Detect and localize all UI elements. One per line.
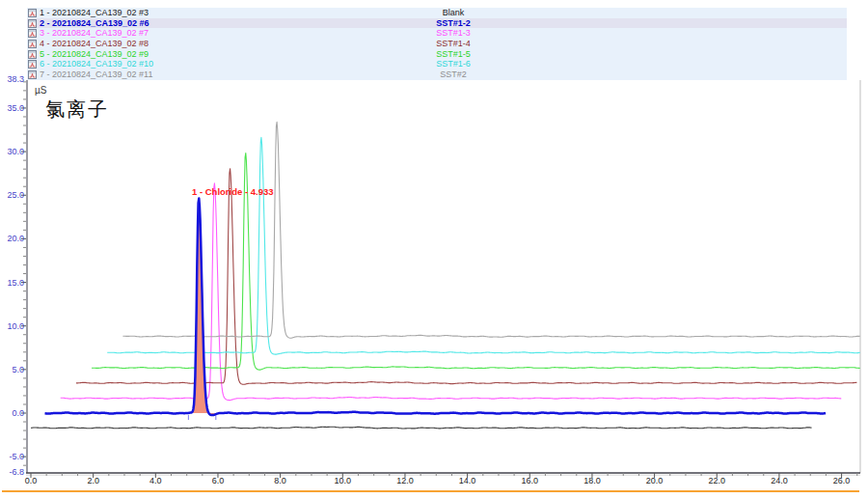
chromatogram-icon bbox=[28, 50, 37, 59]
y-axis-unit: µS bbox=[35, 85, 46, 96]
peak-annotation: 1 - Chloride - 4.933 bbox=[192, 186, 273, 197]
injection-label: 4 - 20210824_CA139_02 #8 bbox=[40, 39, 149, 49]
injection-row[interactable]: 4 - 20210824_CA139_02 #8SST#1-4 bbox=[27, 39, 847, 49]
y-axis-min-label: -6.8 bbox=[0, 467, 24, 477]
x-tick-label: 18.0 bbox=[578, 476, 607, 485]
sample-name: SST#1-3 bbox=[405, 28, 502, 39]
plot-title: 氯离子 bbox=[45, 97, 109, 123]
x-tick-label: 0.0 bbox=[16, 476, 45, 485]
sample-name: SST#1-5 bbox=[405, 49, 502, 60]
active-pane-indicator bbox=[2, 490, 859, 492]
y-tick-label: 10.0 bbox=[0, 321, 24, 331]
injection-label: 3 - 20210824_CA139_02 #7 bbox=[40, 28, 149, 39]
injection-label: 5 - 20210824_CA139_02 #9 bbox=[40, 49, 149, 60]
x-tick-label: 10.0 bbox=[328, 476, 357, 485]
injection-row[interactable]: 5 - 20210824_CA139_02 #9SST#1-5 bbox=[27, 49, 847, 60]
x-tick-label: 20.0 bbox=[640, 476, 669, 485]
x-tick-label: 14.0 bbox=[453, 476, 482, 485]
injection-label: 1 - 20210824_CA139_02 #3 bbox=[40, 8, 149, 18]
sample-name: SST#1-2 bbox=[405, 18, 502, 29]
y-axis-max-label: 38.3 bbox=[0, 74, 24, 84]
injection-row[interactable]: 2 - 20210824_CA139_02 #6SST#1-2 bbox=[27, 18, 847, 29]
injection-label: 6 - 20210824_CA139_02 #10 bbox=[40, 59, 153, 69]
injection-row[interactable]: 1 - 20210824_CA139_02 #3Blank bbox=[27, 8, 847, 18]
x-tick-label: 24.0 bbox=[765, 476, 794, 485]
chromatogram-icon bbox=[28, 9, 37, 17]
injection-label: 2 - 20210824_CA139_02 #6 bbox=[40, 18, 149, 29]
sample-name: SST#1-6 bbox=[405, 59, 502, 69]
sample-name: SST#1-4 bbox=[405, 39, 502, 49]
y-tick-label: 0.0 bbox=[0, 408, 24, 418]
x-tick-label: 12.0 bbox=[391, 476, 420, 485]
y-tick-label: 35.0 bbox=[0, 103, 24, 113]
y-tick-label: -5.0 bbox=[0, 452, 24, 461]
x-tick-label: 4.0 bbox=[141, 476, 170, 485]
x-tick-label: 8.0 bbox=[266, 476, 295, 485]
chromatogram-plot[interactable] bbox=[27, 80, 860, 473]
injection-list: 1 - 20210824_CA139_02 #3Blank2 - 2021082… bbox=[27, 8, 847, 81]
x-tick-label: 26.0 bbox=[827, 476, 856, 485]
injection-row[interactable]: 7 - 20210824_CA139_02 #11SST#2 bbox=[27, 69, 847, 80]
y-tick-label: 25.0 bbox=[0, 190, 24, 200]
y-tick-label: 5.0 bbox=[0, 365, 24, 374]
chromatography-window: 1 - 20210824_CA139_02 #3Blank2 - 2021082… bbox=[0, 0, 868, 499]
x-tick-label: 16.0 bbox=[515, 476, 544, 485]
x-tick-label: 6.0 bbox=[203, 476, 232, 485]
injection-row[interactable]: 3 - 20210824_CA139_02 #7SST#1-3 bbox=[27, 28, 847, 39]
chromatogram-icon bbox=[28, 60, 37, 69]
injection-label: 7 - 20210824_CA139_02 #11 bbox=[40, 69, 152, 80]
sample-name: Blank bbox=[405, 8, 502, 18]
chromatogram-icon bbox=[28, 40, 37, 48]
x-tick-label: 22.0 bbox=[702, 476, 731, 485]
y-tick-label: 15.0 bbox=[0, 278, 24, 288]
chromatogram-icon bbox=[28, 19, 37, 28]
y-tick-label: 30.0 bbox=[0, 147, 24, 156]
x-tick-label: 2.0 bbox=[79, 476, 108, 485]
injection-row[interactable]: 6 - 20210824_CA139_02 #10SST#1-6 bbox=[27, 59, 847, 69]
chromatogram-icon bbox=[28, 29, 37, 38]
chromatogram-icon bbox=[28, 70, 37, 79]
y-tick-label: 20.0 bbox=[0, 234, 24, 243]
sample-name: SST#2 bbox=[405, 69, 502, 80]
